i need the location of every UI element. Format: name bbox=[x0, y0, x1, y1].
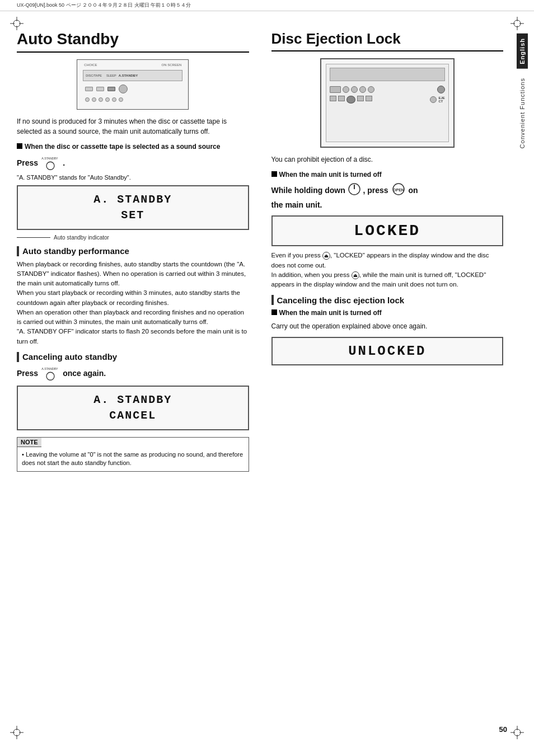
subsection-performance-title: Auto standby performance bbox=[22, 246, 129, 256]
bullet-icon-1 bbox=[17, 143, 22, 149]
note-content: • Leaving the volume at "0" is not the s… bbox=[17, 447, 249, 471]
press-instruction: Press A.STANDBY . bbox=[17, 155, 249, 171]
note-box: NOTE • Leaving the volume at "0" is not … bbox=[17, 437, 249, 472]
note-header: NOTE bbox=[17, 438, 41, 447]
cancel-press-instruction: Press A.STANDBY once again. bbox=[17, 365, 249, 381]
standby-button-icon: A.STANDBY bbox=[40, 155, 60, 171]
indicator-label: Auto standby indicator bbox=[54, 234, 109, 241]
bullet-icon-right-1 bbox=[271, 171, 277, 177]
press-suffix: . bbox=[63, 158, 65, 167]
right-divider bbox=[271, 50, 504, 51]
right-section-title: Disc Ejection Lock bbox=[271, 31, 504, 47]
subsection-cancel: Canceling auto standby bbox=[17, 352, 249, 362]
right-cancel-bullet: When the main unit is turned off bbox=[271, 308, 504, 318]
right-sidebar: English Convenient Functions bbox=[510, 0, 534, 756]
left-intro-text: If no sound is produced for 3 minutes wh… bbox=[17, 116, 249, 137]
right-intro-text: You can prohibit ejection of a disc. bbox=[271, 154, 504, 165]
left-column: Auto Standby CHOICE ON SCREEN DISC/TAPE … bbox=[17, 31, 260, 722]
subsection-cancel-title: Canceling auto standby bbox=[22, 352, 117, 361]
left-divider bbox=[17, 51, 249, 53]
cancel-press-label: Press bbox=[17, 369, 38, 378]
note-text: Leaving the volume at "0" is not the sam… bbox=[22, 451, 243, 466]
sidebar-section-label: Convenient Functions bbox=[517, 73, 528, 153]
press-label: Press bbox=[17, 158, 38, 167]
display-standby-set: A. STANDBYSET bbox=[17, 185, 249, 230]
svg-point-21 bbox=[46, 162, 54, 170]
sidebar-language-label: English bbox=[517, 34, 528, 69]
subsection-cancel-disc: Canceling the disc ejection lock bbox=[271, 295, 504, 305]
content-area: Auto Standby CHOICE ON SCREEN DISC/TAPE … bbox=[17, 31, 503, 722]
display-standby-cancel: A. STANDBYCANCEL bbox=[17, 386, 249, 430]
svg-point-23 bbox=[46, 372, 54, 380]
page-number: 50 bbox=[499, 725, 507, 734]
right-column: Disc Ejection Lock bbox=[260, 31, 504, 722]
hold-instruction: While holding down , press OPEN onthe ma… bbox=[271, 182, 504, 211]
cancel-standby-button-icon: A.STANDBY bbox=[40, 365, 60, 381]
bullet-icon-right-cancel bbox=[271, 309, 277, 315]
left-bullet-1-text: When the disc or cassette tape is select… bbox=[25, 142, 220, 152]
svg-text:A.STANDBY: A.STANDBY bbox=[41, 156, 58, 159]
cancel-press-suffix: once again. bbox=[63, 369, 106, 378]
file-info: UX-Q09[UN].book 50 ページ ２００４年９月２８日 火曜日 午前… bbox=[0, 0, 534, 11]
locked-description: Even if you press ⏏, "LOCKED" appears in… bbox=[271, 251, 504, 289]
hold-suffix: , press bbox=[363, 186, 388, 195]
hold-text: While holding down bbox=[271, 186, 345, 195]
device-image-right: EJECT bbox=[320, 58, 455, 148]
standby-quote: "A. STANDBY" stands for "Auto Standby". bbox=[17, 174, 249, 181]
subsection-bar-disc bbox=[271, 295, 274, 305]
svg-text:A.STANDBY: A.STANDBY bbox=[41, 367, 58, 370]
device-image-left: CHOICE ON SCREEN DISC/TAPE SLEEP A.STAND… bbox=[77, 59, 189, 110]
left-bullet-1: When the disc or cassette tape is select… bbox=[17, 142, 249, 152]
right-bullet-1: When the main unit is turned off bbox=[271, 170, 504, 180]
cancel-text: Carry out the operation explained above … bbox=[271, 321, 504, 331]
left-section-title: Auto Standby bbox=[17, 31, 249, 48]
display-unlocked: UNLOCKED bbox=[271, 337, 504, 365]
note-bullet: • bbox=[22, 451, 26, 458]
indicator-line bbox=[17, 237, 50, 238]
crosshair-top-left bbox=[10, 17, 24, 30]
svg-text:OPEN: OPEN bbox=[393, 188, 404, 192]
subsection-cancel-disc-title: Canceling the disc ejection lock bbox=[277, 295, 405, 305]
standby-indicator-row: Auto standby indicator bbox=[17, 234, 249, 241]
eject-button-icon: OPEN bbox=[391, 182, 406, 199]
disc-display bbox=[330, 68, 445, 81]
right-bullet-1-text: When the main unit is turned off bbox=[279, 170, 382, 180]
subsection-bar-2 bbox=[17, 352, 19, 362]
display-locked: LOCKED bbox=[271, 215, 504, 246]
subsection-performance: Auto standby performance bbox=[17, 246, 249, 256]
right-cancel-bullet-text: When the main unit is turned off bbox=[279, 308, 382, 318]
crosshair-bottom-left bbox=[10, 726, 24, 739]
power-button-icon bbox=[348, 182, 361, 199]
performance-text: When playback or recording finishes, aut… bbox=[17, 260, 249, 346]
subsection-bar-1 bbox=[17, 246, 19, 256]
